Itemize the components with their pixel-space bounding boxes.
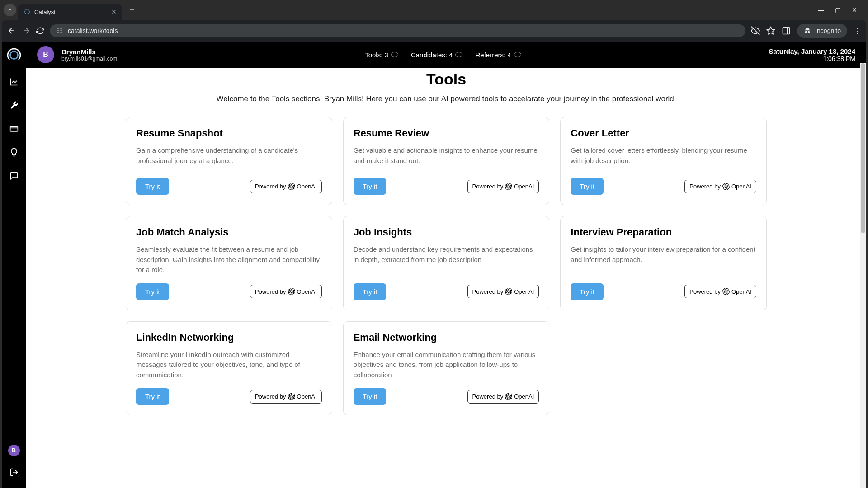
card-title: Job Insights xyxy=(354,226,539,238)
tool-card: Interview Preparation Get insights to ta… xyxy=(560,216,767,310)
back-button[interactable] xyxy=(7,26,16,35)
svg-rect-2 xyxy=(783,28,790,34)
card-description: Get tailored cover letters effortlessly,… xyxy=(571,145,756,170)
tool-card: LinkedIn Networking Streamline your Link… xyxy=(126,321,332,416)
card-footer: Try it Powered by OpenAI xyxy=(354,178,539,195)
coin-icon xyxy=(455,52,462,57)
window-controls: — ▢ ✕ xyxy=(818,6,864,14)
tool-card: Email Networking Enhance your email comm… xyxy=(343,321,550,416)
openai-icon xyxy=(288,288,295,295)
try-it-button[interactable]: Try it xyxy=(136,388,169,405)
header-email: bry.mills01@gmail.com xyxy=(61,56,117,62)
maximize-icon[interactable]: ▢ xyxy=(835,6,841,14)
tool-card: Resume Review Get valuable and actionabl… xyxy=(343,117,550,205)
incognito-label: Incognito xyxy=(815,27,841,34)
card-footer: Try it Powered by OpenAI xyxy=(136,388,322,405)
incognito-badge[interactable]: Incognito xyxy=(797,24,847,38)
address-bar[interactable]: catalist.work/tools xyxy=(50,24,745,37)
browser-tab[interactable]: Catalyst ✕ xyxy=(18,4,122,20)
card-description: Gain a comprehensive understanding of a … xyxy=(136,145,322,170)
tab-title: Catalyst xyxy=(34,9,108,15)
stat-referrers: Referrers: 4 xyxy=(475,51,521,59)
powered-by-badge: Powered by OpenAI xyxy=(250,180,322,193)
powered-by-badge: Powered by OpenAI xyxy=(467,285,539,298)
try-it-button[interactable]: Try it xyxy=(136,178,169,195)
powered-by-badge: Powered by OpenAI xyxy=(250,390,322,404)
openai-icon xyxy=(505,288,512,295)
tool-card: Resume Snapshot Gain a comprehensive und… xyxy=(126,117,332,205)
tab-favicon-icon xyxy=(24,8,31,15)
sidebar-lightbulb-icon[interactable] xyxy=(9,147,19,157)
app-logo-icon[interactable] xyxy=(6,47,22,63)
sidebar-analytics-icon[interactable] xyxy=(9,77,19,87)
header-stats: Tools: 3 Candidates: 4 Referrers: 4 xyxy=(365,51,521,59)
sidebar-card-icon[interactable] xyxy=(9,124,19,134)
powered-by-badge: Powered by OpenAI xyxy=(250,285,322,298)
svg-rect-5 xyxy=(10,126,18,131)
powered-by-badge: Powered by OpenAI xyxy=(467,180,539,193)
card-footer: Try it Powered by OpenAI xyxy=(136,178,322,195)
site-settings-icon[interactable] xyxy=(56,27,63,34)
menu-icon[interactable]: ⋮ xyxy=(854,27,861,35)
close-window-icon[interactable]: ✕ xyxy=(852,6,857,14)
coin-icon xyxy=(391,52,398,57)
card-description: Decode and understand key requirements a… xyxy=(354,244,539,275)
bookmark-star-icon[interactable] xyxy=(766,26,775,35)
stat-tools: Tools: 3 xyxy=(365,51,398,59)
sidebar-chat-icon[interactable] xyxy=(9,171,19,181)
new-tab-button[interactable]: + xyxy=(124,5,140,15)
browser-chrome: Catalyst ✕ + — ▢ ✕ catalist.work/tools xyxy=(0,0,868,42)
header-date: Saturday, January 13, 2024 xyxy=(769,47,856,55)
tab-close-icon[interactable]: ✕ xyxy=(111,8,117,15)
card-footer: Try it Powered by OpenAI xyxy=(354,283,539,300)
forward-button[interactable] xyxy=(22,26,31,35)
eye-off-icon[interactable] xyxy=(751,26,760,35)
try-it-button[interactable]: Try it xyxy=(136,283,169,300)
side-panel-icon[interactable] xyxy=(782,26,791,35)
card-description: Enhance your email communication craftin… xyxy=(354,350,539,380)
card-title: Email Networking xyxy=(354,332,539,343)
tool-card: Job Match Analysis Seamlessly evaluate t… xyxy=(126,216,332,310)
content-scroll[interactable]: Tools Welcome to the Tools sections, Bry… xyxy=(26,68,866,488)
scrollbar-thumb[interactable] xyxy=(861,63,865,233)
header-datetime: Saturday, January 13, 2024 1:06:38 PM xyxy=(769,47,856,62)
card-description: Get valuable and actionable insights to … xyxy=(354,145,539,170)
card-title: Resume Snapshot xyxy=(136,127,322,139)
header-username: BryanMills xyxy=(61,48,117,56)
powered-by-badge: Powered by OpenAI xyxy=(467,390,539,404)
card-footer: Try it Powered by OpenAI xyxy=(571,178,756,195)
header-time: 1:06:38 PM xyxy=(823,55,855,62)
tab-search-dropdown[interactable] xyxy=(4,4,16,16)
app-sidebar: B xyxy=(2,42,26,488)
sidebar-avatar[interactable]: B xyxy=(8,445,20,456)
sidebar-tools-icon[interactable] xyxy=(9,100,19,110)
scrollbar-track[interactable] xyxy=(860,63,866,488)
powered-by-badge: Powered by OpenAI xyxy=(684,285,756,298)
stat-candidates: Candidates: 4 xyxy=(411,51,463,59)
app-container: B B BryanMills bry.mills01@gmail.com Too… xyxy=(2,42,866,488)
openai-icon xyxy=(505,183,512,190)
try-it-button[interactable]: Try it xyxy=(354,283,387,300)
browser-toolbar: catalist.work/tools Incognito ⋮ xyxy=(2,20,866,42)
try-it-button[interactable]: Try it xyxy=(354,178,387,195)
svg-marker-1 xyxy=(767,27,775,34)
try-it-button[interactable]: Try it xyxy=(571,283,604,300)
card-title: LinkedIn Networking xyxy=(136,332,322,343)
card-title: Interview Preparation xyxy=(571,226,756,238)
card-footer: Try it Powered by OpenAI xyxy=(571,283,756,300)
reload-button[interactable] xyxy=(36,27,44,35)
try-it-button[interactable]: Try it xyxy=(571,178,604,195)
header-avatar[interactable]: B xyxy=(37,46,54,63)
openai-icon xyxy=(722,183,730,190)
page-title: Tools xyxy=(126,70,767,88)
tool-card: Job Insights Decode and understand key r… xyxy=(343,216,550,310)
powered-by-badge: Powered by OpenAI xyxy=(684,180,756,193)
sidebar-logout-icon[interactable] xyxy=(9,467,19,477)
try-it-button[interactable]: Try it xyxy=(354,388,387,405)
minimize-icon[interactable]: — xyxy=(818,6,824,14)
coin-icon xyxy=(514,52,521,57)
card-description: Get insights to tailor your interview pr… xyxy=(571,244,756,275)
openai-icon xyxy=(722,288,730,295)
openai-icon xyxy=(288,393,295,400)
svg-point-0 xyxy=(25,9,30,14)
